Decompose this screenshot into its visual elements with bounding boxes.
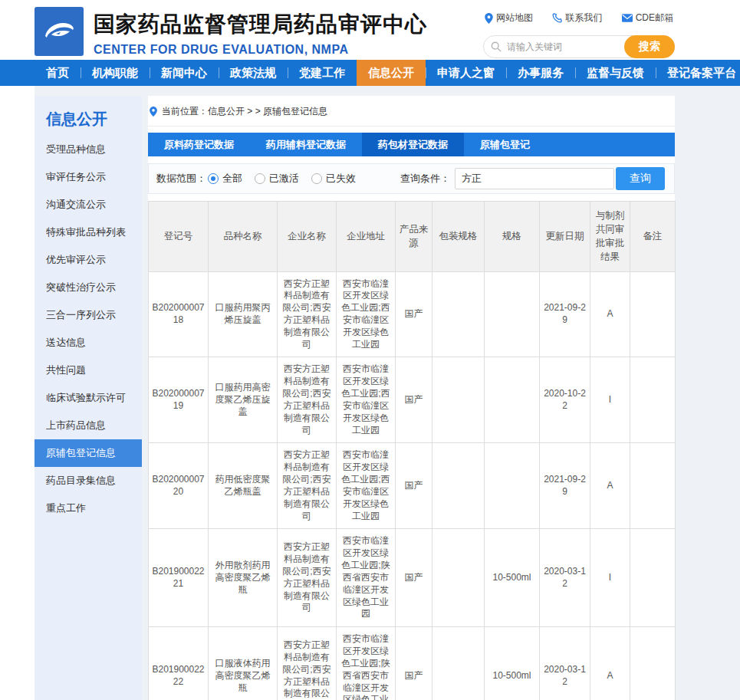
table-cell: 10-500ml <box>485 529 540 627</box>
table-row: B20200000719口服药用高密度聚乙烯压旋盖西安方正塑料品制造有限公司;西… <box>149 357 676 443</box>
table-cell: 口服药用高密度聚乙烯压旋盖 <box>209 357 278 443</box>
table-cell: 西安市临潼区开发区绿色工业园;西安市临潼区开发区绿色工业园 <box>337 443 396 529</box>
table-cell: 西安方正塑料品制造有限公司;西安方正塑料品制造有限公司 <box>278 443 337 529</box>
table-cell: B20200000719 <box>149 357 209 443</box>
table-row: B20200000718口服药用聚丙烯压旋盖西安方正塑料品制造有限公司;西安方正… <box>149 271 676 357</box>
nav-item-policies[interactable]: 政策法规 <box>219 60 288 86</box>
site-titles: 国家药品监督管理局药品审评中心 CENTER FOR DRUG EVALUATI… <box>94 10 427 57</box>
cde-logo <box>35 7 84 56</box>
mailbox-link[interactable]: CDE邮箱 <box>622 12 673 25</box>
col-spec: 规格 <box>485 202 540 272</box>
table-row: B20190002221外用散剂药用高密度聚乙烯瓶西安方正塑料品制造有限公司;西… <box>149 529 676 627</box>
col-product-origin: 产品来源 <box>396 202 432 272</box>
radio-activated-icon[interactable] <box>255 173 265 184</box>
col-registration-no: 登记号 <box>149 202 209 272</box>
radio-expired-icon[interactable] <box>311 173 322 184</box>
sidebar-item[interactable]: 重点工作 <box>35 495 142 522</box>
table-row: B20200000720药用低密度聚乙烯瓶盖西安方正塑料品制造有限公司;西安方正… <box>149 443 676 529</box>
site-header: 国家药品监督管理局药品审评中心 CENTER FOR DRUG EVALUATI… <box>0 0 740 60</box>
sidebar: 信息公开 受理品种信息 审评任务公示 沟通交流公示 特殊审批品种列表 优先审评公… <box>35 96 142 700</box>
table-cell: 西安方正塑料品制造有限公司;西安方正塑料品制造有限公司 <box>278 529 337 627</box>
search-button[interactable]: 搜索 <box>624 35 675 58</box>
sidebar-item[interactable]: 优先审评公示 <box>35 246 142 274</box>
table-row: B20190002222口服液体药用高密度聚乙烯瓶西安方正塑料品制造有限公司;西… <box>149 627 676 700</box>
sidebar-item[interactable]: 三合一序列公示 <box>35 301 142 329</box>
nav-item-applicant-window[interactable]: 申请人之窗 <box>426 60 506 86</box>
sidebar-item[interactable]: 受理品种信息 <box>35 136 142 163</box>
tab-excipients-registration-data[interactable]: 药用辅料登记数据 <box>250 133 362 156</box>
query-button[interactable]: 查询 <box>616 167 665 190</box>
sidebar-item[interactable]: 药品目录集信息 <box>35 467 142 495</box>
tab-bar: 原料药登记数据 药用辅料登记数据 药包材登记数据 原辅包登记 <box>148 133 675 156</box>
search-icon <box>491 41 502 52</box>
col-variety-name: 品种名称 <box>209 202 278 272</box>
table-cell <box>432 627 485 700</box>
nav-item-info-disclosure[interactable]: 信息公开 <box>357 60 426 86</box>
table-cell: 西安方正塑料品制造有限公司;西安方正塑料品制造有限公司 <box>278 627 337 700</box>
table-cell: 西安市临潼区开发区绿色工业园;陕西省西安市临潼区开发区绿色工业园 <box>337 627 396 700</box>
table-cell: A <box>590 627 630 700</box>
table-cell: 西安市临潼区开发区绿色工业园;西安市临潼区开发区绿色工业园 <box>337 271 396 357</box>
tab-api-registration-data[interactable]: 原料药登记数据 <box>148 133 250 156</box>
table-header-row: 登记号 品种名称 企业名称 企业地址 产品来源 包装规格 规格 更新日期 与制剂… <box>149 202 676 272</box>
table-cell <box>630 271 676 357</box>
radio-option-activated[interactable]: 已激活 <box>255 172 299 186</box>
table-cell: 国产 <box>396 627 432 700</box>
radio-activated-label: 已激活 <box>269 172 299 186</box>
nav-item-registration-platform[interactable]: 登记备案平台 <box>656 60 740 86</box>
content: 信息公开 受理品种信息 审评任务公示 沟通交流公示 特殊审批品种列表 优先审评公… <box>0 86 740 700</box>
sidebar-item[interactable]: 临床试验默示许可 <box>35 384 142 412</box>
table-cell: 口服液体药用高密度聚乙烯瓶 <box>209 627 278 700</box>
col-company-name: 企业名称 <box>278 202 337 272</box>
table-cell <box>485 357 540 443</box>
table-cell: 2021-09-29 <box>540 271 590 357</box>
mail-icon <box>622 14 633 22</box>
radio-option-all[interactable]: 全部 <box>208 172 242 186</box>
table-cell: B20190002222 <box>149 627 209 700</box>
sidebar-item[interactable]: 送达信息 <box>35 329 142 357</box>
site-title: 国家药品监督管理局药品审评中心 <box>94 10 427 39</box>
filter-bar: 数据范围： 全部 已激活 已失效 查询条件： 查询 <box>148 163 675 194</box>
sidebar-item[interactable]: 上市药品信息 <box>35 412 142 439</box>
breadcrumb: 当前位置：信息公开 > > 原辅包登记信息 <box>148 96 675 127</box>
breadcrumb-text: 当前位置：信息公开 > > 原辅包登记信息 <box>162 105 327 118</box>
table-cell: 外用散剂药用高密度聚乙烯瓶 <box>209 529 278 627</box>
sidebar-item[interactable]: 特殊审批品种列表 <box>35 219 142 246</box>
sidebar-item[interactable]: 突破性治疗公示 <box>35 274 142 301</box>
sitemap-label: 网站地图 <box>496 12 533 25</box>
table-cell: 西安市临潼区开发区绿色工业园;西安市临潼区开发区绿色工业园 <box>337 357 396 443</box>
radio-all-icon[interactable] <box>208 173 219 184</box>
sidebar-item-raw-aux-pack-registration[interactable]: 原辅包登记信息 <box>35 439 142 467</box>
table-cell <box>630 443 676 529</box>
sidebar-item[interactable]: 审评任务公示 <box>35 163 142 191</box>
table-cell: 西安市临潼区开发区绿色工业园;陕西省西安市临潼区开发区绿色工业园 <box>337 529 396 627</box>
query-input[interactable] <box>455 168 614 189</box>
table-cell: 国产 <box>396 271 432 357</box>
table-cell <box>432 357 485 443</box>
nav-item-party[interactable]: 党建工作 <box>288 60 357 86</box>
table-body: B20200000718口服药用聚丙烯压旋盖西安方正塑料品制造有限公司;西安方正… <box>149 271 676 700</box>
sitemap-link[interactable]: 网站地图 <box>485 12 533 25</box>
table-cell: B20200000720 <box>149 443 209 529</box>
contact-link[interactable]: 联系我们 <box>552 12 602 25</box>
nav-item-home[interactable]: 首页 <box>35 60 81 86</box>
radio-option-expired[interactable]: 已失效 <box>311 172 356 186</box>
location-pin-icon <box>485 13 493 24</box>
sidebar-item[interactable]: 沟通交流公示 <box>35 191 142 219</box>
contact-label: 联系我们 <box>565 12 602 25</box>
nav-item-supervision[interactable]: 监督与反馈 <box>575 60 656 86</box>
tab-raw-aux-pack-registration[interactable]: 原辅包登记 <box>464 133 546 156</box>
nav-item-functions[interactable]: 机构职能 <box>81 60 150 86</box>
tab-packaging-registration-data[interactable]: 药包材登记数据 <box>362 133 464 156</box>
table-cell <box>630 529 676 627</box>
col-company-address: 企业地址 <box>337 202 396 272</box>
nav-item-news[interactable]: 新闻中心 <box>150 60 219 86</box>
table-cell <box>432 443 485 529</box>
col-joint-review-result: 与制剂共同审批审批结果 <box>590 202 630 272</box>
col-update-date: 更新日期 <box>540 202 590 272</box>
table-cell: 西安方正塑料品制造有限公司;西安方正塑料品制造有限公司 <box>278 271 337 357</box>
nav-item-services[interactable]: 办事服务 <box>506 60 575 86</box>
sidebar-item[interactable]: 共性问题 <box>35 357 142 384</box>
table-cell: 国产 <box>396 443 432 529</box>
table-cell: 2020-10-22 <box>540 357 590 443</box>
